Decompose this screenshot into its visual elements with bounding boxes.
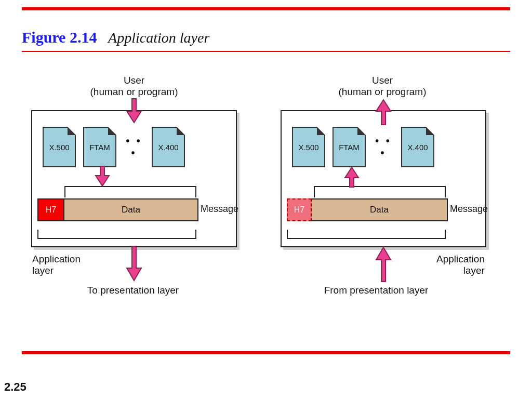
segment-left: H7 Data Message <box>37 198 231 230</box>
file-label: X.500 <box>298 143 318 152</box>
file-label: X.400 <box>407 143 428 152</box>
figure-title: Figure 2.14 Application layer <box>22 29 209 46</box>
page-number: 2.25 <box>4 380 26 394</box>
ellipsis-icon: • • • <box>124 135 144 159</box>
right-panel: X.500 FTAM • • • X.400 H7 Data Message <box>281 110 486 247</box>
file-label: X.500 <box>49 143 69 152</box>
file-ftam: FTAM <box>332 127 366 167</box>
data-block: Data <box>312 200 447 220</box>
message-label: Message <box>450 204 488 215</box>
file-x500: X.500 <box>43 127 76 167</box>
app-layer-line1: Application <box>436 254 485 265</box>
ellipsis-icon: • • • <box>373 135 394 159</box>
top-red-bar <box>22 7 510 10</box>
file-x500: X.500 <box>292 127 325 167</box>
dogear-icon <box>357 127 366 135</box>
user-label-line2: (human or program) <box>330 86 434 98</box>
arrow-up-icon <box>376 246 391 282</box>
left-panel: X.500 FTAM • • • X.400 H7 Data Message <box>31 110 237 247</box>
arrow-down-icon <box>96 166 109 187</box>
figure-name: Application layer <box>108 30 209 46</box>
from-presentation-label: From presentation layer <box>309 285 444 296</box>
top-bracket <box>64 186 196 197</box>
figure-number: Figure 2.14 <box>22 29 97 46</box>
file-label: FTAM <box>339 143 360 152</box>
user-label-line1: User <box>82 75 186 86</box>
file-ftam: FTAM <box>83 127 116 167</box>
user-label-line1: User <box>330 75 434 86</box>
dogear-icon <box>108 127 116 135</box>
header-h7-dashed: H7 <box>287 198 312 221</box>
dogear-icon <box>177 127 185 135</box>
arrow-up-icon <box>345 166 358 187</box>
bottom-red-bar <box>22 351 510 354</box>
bottom-bracket <box>287 230 446 239</box>
user-label-line2: (human or program) <box>82 86 186 98</box>
data-block: Data <box>64 200 197 220</box>
arrow-down-icon <box>127 246 141 282</box>
top-bracket <box>314 186 446 197</box>
message-label: Message <box>201 204 238 215</box>
app-layer-line2: layer <box>436 265 485 276</box>
arrow-up-icon <box>376 99 391 125</box>
message-segment: H7 Data <box>37 198 198 221</box>
files-row-right: X.500 FTAM • • • X.400 <box>292 127 475 167</box>
file-label: X.400 <box>158 143 178 152</box>
user-label-right: User (human or program) <box>330 75 434 98</box>
files-row-left: X.500 FTAM • • • X.400 <box>43 127 225 167</box>
app-layer-label-left: Application layer <box>32 254 81 276</box>
segment-right: H7 Data Message <box>287 198 480 230</box>
dogear-icon <box>68 127 76 135</box>
dogear-icon <box>317 127 325 135</box>
file-x400: X.400 <box>401 127 434 167</box>
app-layer-line1: Application <box>32 254 81 265</box>
message-segment: H7 Data <box>287 198 448 221</box>
to-presentation-label: To presentation layer <box>65 285 201 296</box>
app-layer-label-right: Application layer <box>436 254 485 276</box>
thin-red-line <box>22 51 510 52</box>
arrow-down-icon <box>127 99 141 125</box>
app-layer-line2: layer <box>32 265 81 276</box>
file-x400: X.400 <box>152 127 185 167</box>
file-label: FTAM <box>89 143 110 152</box>
bottom-bracket <box>37 230 196 239</box>
dogear-icon <box>426 127 434 135</box>
user-label-left: User (human or program) <box>82 75 186 98</box>
header-h7: H7 <box>38 200 64 220</box>
